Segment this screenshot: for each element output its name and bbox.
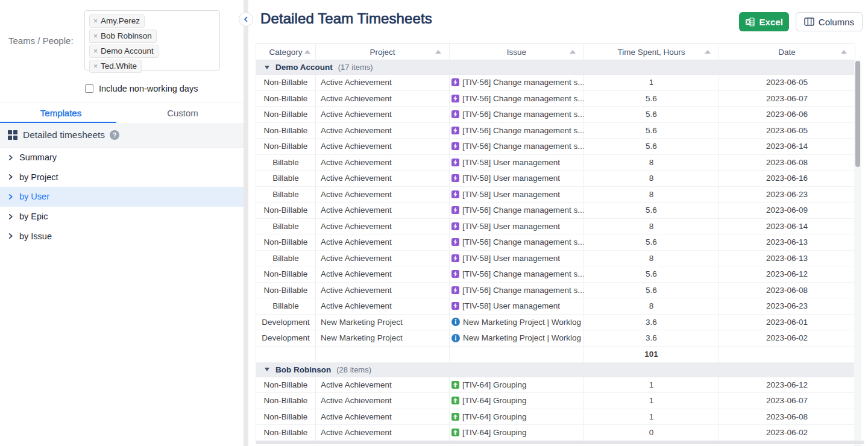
chevron-down-icon[interactable] <box>265 66 269 69</box>
person-tag[interactable]: ×Ted.White <box>89 60 142 73</box>
table-row[interactable]: Non-Billable Active Achievement [TIV-64]… <box>256 393 855 409</box>
tree-item-by-project[interactable]: by Project <box>0 168 244 187</box>
issue-label: [TIV-58] User management <box>462 158 560 167</box>
column-header-time-spent[interactable]: Time Spent, Hours <box>584 44 719 60</box>
table-row[interactable]: Development New Marketing Project New Ma… <box>256 315 855 331</box>
table-row[interactable]: Non-Billable Active Achievement [TIV-56]… <box>256 283 855 299</box>
table-row[interactable]: Non-Billable Active Achievement [TIV-56]… <box>256 123 855 139</box>
remove-tag-icon[interactable]: × <box>93 17 98 25</box>
tree-item-by-issue[interactable]: by Issue <box>0 226 244 246</box>
tab-templates[interactable]: Templates <box>0 102 122 123</box>
cell-hours: 8 <box>584 251 719 267</box>
help-icon[interactable]: ? <box>110 130 119 140</box>
excel-export-button[interactable]: Excel <box>739 12 789 31</box>
teams-people-label: Teams / People: <box>8 36 74 46</box>
tree-item-by-user[interactable]: by User <box>0 187 244 207</box>
table-row[interactable]: Non-Billable Active Achievement [TIV-56]… <box>256 139 855 155</box>
table-row[interactable]: Billable Active Achievement [TIV-58] Use… <box>256 251 855 267</box>
person-tag-label: Bob Robinson <box>101 31 152 41</box>
include-non-working-days-checkbox[interactable] <box>85 84 93 93</box>
chevron-right-icon <box>8 172 17 182</box>
epic-icon <box>451 142 459 150</box>
remove-tag-icon[interactable]: × <box>93 48 98 55</box>
cell-hours: 1 <box>584 377 719 394</box>
cell-project: Active Achievement <box>316 425 450 441</box>
chevron-left-icon <box>243 16 249 22</box>
person-tag[interactable]: ×Bob Robinson <box>89 30 157 43</box>
table-row[interactable]: Non-Billable Active Achievement [TIV-56]… <box>256 107 855 123</box>
cell-hours: 8 <box>584 155 719 171</box>
group-row[interactable]: Bob Robinson(28 items) <box>256 363 855 377</box>
cell-hours: 3.6 <box>584 330 719 347</box>
epic-icon <box>451 110 459 118</box>
people-multiselect[interactable]: ×Amy.Perez×Bob Robinson×Demo Account×Ted… <box>84 10 220 71</box>
cell-category: Billable <box>256 155 316 171</box>
horizontal-scrollbar[interactable] <box>256 441 864 444</box>
group-row[interactable]: Demo Account(17 items) <box>256 60 855 75</box>
table-row[interactable]: Non-Billable Active Achievement [TIV-64]… <box>256 409 855 426</box>
cell-issue: [TIV-58] User management <box>450 155 584 171</box>
table-row[interactable]: Billable Active Achievement [TIV-58] Use… <box>256 298 855 315</box>
collapse-sidebar-button[interactable] <box>239 12 253 27</box>
columns-button-label: Columns <box>819 17 854 27</box>
remove-tag-icon[interactable]: × <box>93 33 98 40</box>
table-row[interactable]: Billable Active Achievement [TIV-58] Use… <box>256 155 855 171</box>
remove-tag-icon[interactable]: × <box>93 63 98 70</box>
issue-label: [TIV-56] Change management s... <box>462 110 584 119</box>
table-row[interactable]: Billable Active Achievement [TIV-58] Use… <box>256 187 855 203</box>
issue-label: [TIV-58] User management <box>462 254 560 263</box>
cell-project: Active Achievement <box>316 123 450 139</box>
table-row[interactable]: Billable Active Achievement [TIV-58] Use… <box>256 171 855 187</box>
sort-ascending-icon[interactable] <box>304 50 310 54</box>
person-tag[interactable]: ×Amy.Perez <box>89 14 145 28</box>
detailed-timesheets-header[interactable]: Detailed timesheets ? <box>0 123 244 148</box>
epic-icon <box>451 222 459 230</box>
sort-ascending-icon[interactable] <box>705 50 711 54</box>
cell-hours: 8 <box>584 219 719 235</box>
column-header-project[interactable]: Project <box>316 44 450 60</box>
table-row[interactable]: Non-Billable Active Achievement [TIV-56]… <box>256 234 855 251</box>
epic-icon <box>451 286 459 294</box>
table-row[interactable]: Non-Billable Active Achievement [TIV-64]… <box>256 425 855 441</box>
chevron-down-icon[interactable] <box>265 368 269 371</box>
detailed-timesheets-title: Detailed timesheets <box>23 130 105 140</box>
table-row[interactable]: Billable Active Achievement [TIV-58] Use… <box>256 219 855 235</box>
table-row[interactable]: Non-Billable Active Achievement [TIV-64]… <box>256 377 855 394</box>
sidebar-divider[interactable] <box>244 0 248 446</box>
epic-icon <box>451 174 459 182</box>
tree-item-by-epic[interactable]: by Epic <box>0 207 244 227</box>
group-name: Demo Account <box>275 63 333 72</box>
sort-ascending-icon[interactable] <box>570 50 576 54</box>
table-row[interactable]: Development New Marketing Project New Ma… <box>256 330 855 347</box>
sidebar-tabs: TemplatesCustom <box>0 102 244 123</box>
vertical-scrollbar-thumb[interactable] <box>855 61 860 167</box>
person-tag-label: Demo Account <box>101 46 154 56</box>
column-header-label: Date <box>778 48 796 57</box>
columns-button[interactable]: Columns <box>796 12 863 31</box>
table-row[interactable]: Non-Billable Active Achievement [TIV-56]… <box>256 266 855 283</box>
table-row[interactable]: Non-Billable Active Achievement [TIV-56]… <box>256 203 855 219</box>
column-header-category[interactable]: Category <box>256 44 316 60</box>
cell-issue: [TIV-56] Change management s... <box>450 123 584 139</box>
cell-project: New Marketing Project <box>316 330 450 347</box>
tab-custom[interactable]: Custom <box>122 102 244 123</box>
sort-ascending-icon[interactable] <box>435 50 441 54</box>
epic-icon <box>451 254 459 262</box>
person-tag[interactable]: ×Demo Account <box>89 45 159 58</box>
cell-hours: 5.6 <box>584 266 719 283</box>
column-header-date[interactable]: Date <box>719 44 855 60</box>
tree-item-label: by User <box>19 192 49 201</box>
include-non-working-days-row[interactable]: Include non-working days <box>85 84 198 93</box>
column-header-issue[interactable]: Issue <box>450 44 584 60</box>
table-row[interactable]: Non-Billable Active Achievement [TIV-56]… <box>256 75 855 91</box>
group-count: (28 items) <box>336 365 371 374</box>
tree-item-summary[interactable]: Summary <box>0 148 244 168</box>
cell-project: Active Achievement <box>316 409 450 426</box>
issue-label: New Marketing Project | Worklog <box>463 318 581 327</box>
table-row[interactable]: Non-Billable Active Achievement [TIV-56]… <box>256 91 855 107</box>
improvement-icon <box>451 381 459 389</box>
cell-hours: 5.6 <box>584 107 719 123</box>
cell-hours: 5.6 <box>584 123 719 139</box>
sort-ascending-icon[interactable] <box>841 50 847 54</box>
vertical-scrollbar[interactable] <box>854 60 861 446</box>
